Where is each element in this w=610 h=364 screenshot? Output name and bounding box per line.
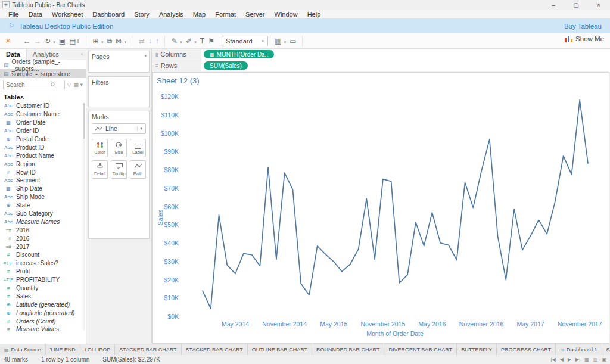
- menu-item-window[interactable]: Window: [270, 11, 303, 18]
- close-button[interactable]: ×: [587, 0, 610, 10]
- field-customer-name[interactable]: AbcCustomer Name: [0, 110, 86, 119]
- sheet-tab-lollipop[interactable]: LOLLIPOP: [80, 344, 116, 355]
- sheet-tab-outline-bar-chart[interactable]: OUTLINE BAR CHART: [248, 344, 312, 355]
- field-region[interactable]: AbcRegion: [0, 160, 86, 168]
- list-view-icon[interactable]: ▤: [593, 357, 598, 362]
- grid-view-icon[interactable]: ▦: [584, 357, 589, 362]
- field-longitude-generated[interactable]: ⊕Longitude (generated): [0, 309, 86, 317]
- x-axis-title[interactable]: Month of Order Date: [366, 330, 424, 337]
- menu-item-map[interactable]: Map: [188, 11, 210, 18]
- field-customer-id[interactable]: AbcCustomer ID: [0, 102, 86, 110]
- filmstrip-view-icon[interactable]: ▣: [602, 357, 606, 362]
- sheet-tab-stacked-bar-chart[interactable]: STACKED BAR CHART: [115, 344, 181, 355]
- filters-shelf[interactable]: Filters: [88, 76, 150, 107]
- sheet-tab-stacked-bar-chart[interactable]: STACKED BAR CHART: [182, 344, 248, 355]
- show-hide-cards-icon[interactable]: ▥ ▾: [275, 38, 286, 45]
- marks-detail-button[interactable]: Detail: [92, 160, 108, 179]
- prev-page-icon[interactable]: ◀: [560, 357, 564, 362]
- format-icon[interactable]: ✐ ▾: [186, 38, 197, 45]
- sheet-tab-rounnded-bar-chart[interactable]: ROUNNDED BAR CHART: [312, 344, 384, 355]
- field-profit[interactable]: #Profit: [0, 267, 86, 276]
- field-sales[interactable]: #Sales: [0, 292, 86, 300]
- view-options-icon[interactable]: ▦ ▾: [73, 82, 83, 88]
- new-worksheet-icon[interactable]: ⊞ ▾: [93, 38, 104, 45]
- marks-label-button[interactable]: TLabel: [130, 139, 146, 157]
- field-2016[interactable]: =#2016: [0, 226, 86, 234]
- field-order-date[interactable]: ▦Order Date: [0, 119, 86, 127]
- data-source-orders-sample-supers[interactable]: ▤Orders (sample_-_supers...: [0, 60, 86, 69]
- menu-item-story[interactable]: Story: [129, 11, 154, 18]
- field-measure-values[interactable]: #Measure Values: [0, 325, 86, 334]
- field-segment[interactable]: AbcSegment: [0, 176, 86, 185]
- field-measure-names[interactable]: AbcMeasure Names: [0, 217, 86, 226]
- field-sub-category[interactable]: AbcSub-Category: [0, 210, 86, 218]
- field-profitability[interactable]: =T|FPROFITABILITY: [0, 276, 86, 284]
- tableau-logo-icon[interactable]: ✳: [5, 37, 11, 45]
- sheet-tab-dashboard-1[interactable]: ⊞Dashboard 1: [556, 344, 602, 355]
- first-page-icon[interactable]: |◀: [551, 357, 556, 362]
- menu-item-analysis[interactable]: Analysis: [154, 11, 188, 18]
- menu-item-help[interactable]: Help: [303, 11, 326, 18]
- field-order-id[interactable]: AbcOrder ID: [0, 127, 86, 135]
- pages-caret-icon[interactable]: ▾: [144, 54, 147, 58]
- back-icon[interactable]: ←: [23, 38, 30, 45]
- filter-fields-icon[interactable]: ▽: [67, 82, 71, 88]
- pill-sum-sales[interactable]: SUM(Sales): [204, 61, 248, 70]
- field-product-id[interactable]: AbcProduct ID: [0, 143, 86, 151]
- swap-rows-columns-icon[interactable]: ⇄: [139, 38, 145, 45]
- field-product-name[interactable]: AbcProduct Name: [0, 151, 86, 160]
- highlight-icon[interactable]: ✎ ▾: [172, 38, 182, 45]
- field-search[interactable]: [3, 80, 65, 89]
- sheet-tab-butterfly[interactable]: BUTTERFLY: [457, 344, 497, 355]
- menu-item-format[interactable]: Format: [210, 11, 241, 18]
- view-fit-select[interactable]: Standard▾: [222, 36, 268, 46]
- mark-type-select[interactable]: Line ▾: [92, 123, 146, 134]
- field-increase-sales[interactable]: =T|Fincrease Sales?: [0, 259, 86, 267]
- sheet-tab-divergent-bar-chart[interactable]: DIVERGENT BAR CHART: [384, 344, 457, 355]
- marks-color-button[interactable]: Color: [92, 139, 108, 157]
- menu-item-worksheet[interactable]: Worksheet: [47, 11, 88, 18]
- field-2016[interactable]: =#2016: [0, 234, 86, 242]
- columns-shelf[interactable]: ▦ MONTH(Order Da..: [201, 49, 610, 60]
- sort-ascending-icon[interactable]: ↓: [148, 38, 152, 45]
- collapse-pane-icon[interactable]: ‹: [81, 51, 86, 57]
- field-ship-date[interactable]: ▦Ship Date: [0, 185, 86, 193]
- sheet-tab-progress-chart[interactable]: PROGRESS CHART: [497, 344, 556, 355]
- line-chart[interactable]: [180, 84, 605, 319]
- show-me-button[interactable]: Show Me: [565, 35, 604, 42]
- search-input[interactable]: [6, 82, 49, 88]
- field-state[interactable]: ⊕State: [0, 201, 86, 210]
- menu-item-dashboard[interactable]: Dashboard: [88, 11, 129, 18]
- field-2017[interactable]: =#2017: [0, 242, 86, 251]
- clear-sheet-icon[interactable]: ⊠ ▾: [116, 38, 126, 45]
- sheet-tab-data-source[interactable]: ▤Data Source: [0, 344, 46, 355]
- marks-path-button[interactable]: Path: [130, 160, 146, 179]
- pages-shelf[interactable]: Pages ▾: [88, 51, 150, 73]
- field-quantity[interactable]: #Quantity: [0, 284, 86, 293]
- field-ship-mode[interactable]: AbcShip Mode: [0, 193, 86, 201]
- save-icon[interactable]: ▣: [59, 38, 66, 45]
- pin-icon[interactable]: ⚑: [208, 38, 214, 45]
- menu-item-server[interactable]: Server: [241, 11, 269, 18]
- sheet-tab-sheet-12[interactable]: Sheet 12: [602, 344, 610, 355]
- mark-type-caret-icon[interactable]: ▾: [137, 126, 142, 131]
- field-postal-code[interactable]: ⊕Postal Code: [0, 135, 86, 144]
- duplicate-icon[interactable]: ⧉: [107, 38, 112, 45]
- pill-month-order-date[interactable]: ▦ MONTH(Order Da..: [204, 50, 274, 58]
- maximize-button[interactable]: ▢: [565, 0, 587, 10]
- minimize-button[interactable]: –: [542, 0, 565, 10]
- buy-tableau-link[interactable]: Buy Tableau: [564, 23, 602, 30]
- field-orders-count[interactable]: #Orders (Count): [0, 317, 86, 325]
- marks-size-button[interactable]: Size: [111, 139, 127, 157]
- menu-item-data[interactable]: Data: [24, 11, 47, 18]
- menu-item-file[interactable]: File: [4, 11, 24, 18]
- sheet-tab-line-end[interactable]: 'LINE END: [46, 344, 80, 355]
- presentation-mode-icon[interactable]: ▭: [290, 38, 296, 45]
- field-row-id[interactable]: #Row ID: [0, 168, 86, 176]
- marks-tooltip-button[interactable]: Tooltip: [111, 160, 127, 179]
- add-data-icon[interactable]: ▤+: [69, 38, 80, 45]
- field-list-scrollbar[interactable]: [83, 103, 85, 331]
- forward-icon[interactable]: →: [34, 38, 41, 45]
- last-page-icon[interactable]: ▶|: [575, 357, 580, 362]
- redo-icon[interactable]: ↻ ▾: [45, 38, 55, 45]
